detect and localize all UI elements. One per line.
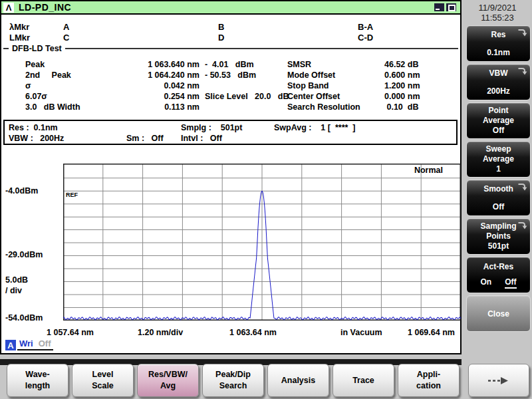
osa-screen: Λ LD-PD_INC λMkr A B B-A LMkr C D C-D DF…: [0, 0, 532, 399]
title-bar: Λ LD-PD_INC: [1, 1, 460, 15]
funckey-trace[interactable]: Trace: [332, 364, 394, 397]
softkey-smooth[interactable]: Smooth Off: [466, 180, 531, 216]
submenu-arrow-icon: [517, 66, 527, 75]
softkey-value: 501pt: [488, 241, 509, 251]
funckey-label: Level: [92, 369, 114, 380]
softkey-label: Points: [486, 231, 511, 241]
window-title: LD-PD_INC: [19, 2, 71, 13]
softkey-label: Sweep: [485, 144, 511, 154]
funckey-level-scale[interactable]: Level Scale: [72, 364, 134, 397]
funckey-label: length: [25, 380, 51, 392]
result-value: 0.600 nm: [384, 70, 420, 80]
x-axis-center-label: 1 063.64 nm: [229, 328, 277, 337]
softkey-point-average[interactable]: Point Average Off: [466, 102, 531, 139]
softkey-value: 0.1nm: [487, 48, 510, 57]
funckey-label: Peak/Dip: [215, 369, 251, 380]
x-axis-stop-label: 1 069.64 nm: [408, 328, 455, 337]
funckey-wavelength[interactable]: Wave- length: [7, 364, 68, 397]
funckey-label: Scale: [92, 380, 114, 392]
softkey-label: Res: [491, 30, 505, 39]
x-axis-scale-label: 1.20 nm/div: [138, 328, 183, 337]
softkey-label: Average: [483, 116, 514, 126]
result-label: Mode Offset: [287, 70, 335, 80]
result-label: Search Resolution: [287, 102, 360, 112]
vbw-setting: VBW : 200Hz: [9, 134, 64, 143]
date: 11/9/2021: [479, 3, 517, 13]
result-value: 0.000 nm: [384, 92, 420, 101]
time: 11:55:23: [481, 13, 514, 23]
more-arrow-icon: [487, 376, 511, 386]
spectrum-plot: [63, 164, 461, 321]
marker-b-a-label: B-A: [358, 22, 373, 32]
vacuum-mode-label: in Vacuum: [340, 328, 382, 337]
result-label: σ: [25, 81, 31, 90]
trace-fix-label: Off: [39, 338, 51, 348]
y-scale-label: 5.0dB: [5, 275, 28, 285]
funckey-label: Res/VBW/: [148, 369, 188, 380]
marker-d-label: D: [218, 33, 224, 43]
softkey-close[interactable]: Close: [466, 295, 531, 332]
y-scale-label-2: / div: [5, 286, 22, 295]
funckey-application[interactable]: Appli- cation: [398, 364, 460, 397]
softkey-sweep-average[interactable]: Sweep Average 1: [466, 141, 531, 178]
result-label: 2nd Peak: [25, 70, 71, 80]
result-value: 0.254 nm: [86, 92, 200, 101]
result-label: Peak: [25, 60, 45, 69]
intvl-setting: Intvl : Off: [181, 134, 222, 143]
softkey-vbw[interactable]: VBW 200Hz: [466, 64, 531, 100]
analysis-section-divider: DFB-LD Test: [3, 44, 458, 53]
softkey-label: Sampling: [480, 221, 516, 231]
result-label: 6.07σ: [25, 92, 47, 101]
result-extra: - 50.53 dBm: [205, 70, 256, 80]
funckey-res-vbw-avg-selected[interactable]: Res/VBW/ Avg: [137, 364, 199, 397]
funckey-label: Wave-: [25, 369, 49, 380]
date-time: 11/9/2021 11:55:23: [464, 3, 531, 23]
result-value: 1 064.240 nm: [86, 70, 200, 80]
trace-mode-label: Normal: [383, 166, 443, 175]
result-label: SMSR: [287, 60, 311, 69]
minimize-icon[interactable]: [434, 3, 444, 11]
softkey-res[interactable]: Res 0.1nm: [466, 25, 531, 62]
analysis-mode-title: DFB-LD Test: [9, 44, 65, 53]
res-setting: Res : 0.1nm: [9, 123, 58, 132]
softkey-value: Off: [493, 126, 504, 136]
smplg-setting: Smplg : 501pt: [181, 123, 242, 132]
smooth-setting: Sm : Off: [126, 134, 164, 143]
softkey-sampling-points[interactable]: Sampling Points 501pt: [466, 218, 531, 255]
funckey-label: Search: [219, 380, 247, 392]
x-axis-start-label: 1 057.64 nm: [47, 328, 94, 337]
funckey-label: Appli-: [417, 369, 440, 380]
result-value: 1.200 nm: [384, 81, 420, 90]
marker-a-label: A: [63, 22, 69, 32]
funckey-analysis[interactable]: Analysis: [267, 364, 329, 397]
funckey-label: Avg: [160, 380, 176, 392]
lambda-marker-label: λMkr: [9, 22, 29, 32]
softkey-value: 200Hz: [487, 86, 510, 96]
act-res-off-option[interactable]: Off: [505, 277, 516, 289]
softkey-label: Close: [487, 309, 509, 319]
funckey-label: Analysis: [281, 375, 315, 386]
result-label: Center Offset: [287, 92, 340, 101]
y-axis-bottom-label: -54.0dBm: [5, 313, 43, 323]
trace-write-label: Wri: [19, 338, 33, 348]
marker-c-label: C: [63, 33, 69, 43]
result-label: Stop Band: [287, 81, 329, 90]
softkey-label: Act-Res: [483, 262, 513, 271]
funckey-label: cation: [416, 380, 441, 392]
softkey-label: Average: [483, 154, 514, 164]
funckey-more[interactable]: [468, 364, 529, 397]
submenu-arrow-icon: [517, 221, 527, 229]
marker-b-label: B: [218, 22, 224, 32]
swpavg-setting: SwpAvg : 1 [ **** ]: [274, 123, 355, 132]
y-axis-mid-label: -29.0dBm: [5, 250, 43, 259]
funckey-peak-dip-search[interactable]: Peak/Dip Search: [202, 364, 264, 397]
anritsu-logo-icon: Λ: [3, 3, 14, 13]
act-res-on-option[interactable]: On: [481, 277, 492, 289]
result-value: 0.042 nm: [86, 81, 200, 90]
ref-level-label: REF: [66, 192, 78, 198]
softkey-label: Point: [489, 106, 509, 116]
maximize-icon[interactable]: [446, 3, 456, 11]
softkey-act-res[interactable]: Act-Res On Off: [466, 257, 531, 293]
trace-a-badge: A: [5, 340, 16, 350]
softkey-value: Off: [493, 202, 504, 211]
